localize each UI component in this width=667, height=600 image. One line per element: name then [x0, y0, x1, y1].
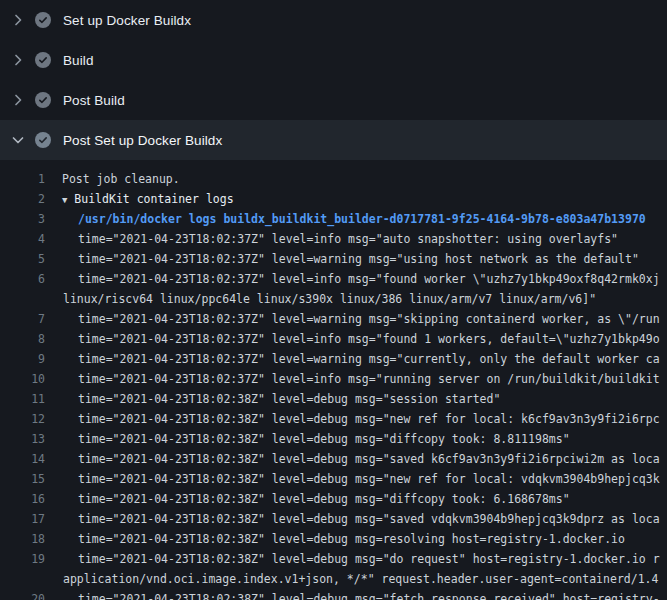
chevron-right-icon: [10, 92, 26, 108]
line-number[interactable]: 11: [0, 389, 45, 409]
step-label: Build: [63, 53, 94, 68]
line-number[interactable]: 10: [0, 369, 45, 389]
group-expander-icon: ▼: [62, 195, 67, 205]
command-text: /usr/bin/docker logs buildx_buildkit_bui…: [45, 209, 646, 229]
line-number: [0, 569, 45, 589]
log-line: 8time="2021-04-23T18:02:37Z" level=info …: [0, 329, 667, 349]
check-circle-icon: [35, 132, 51, 148]
log-message: time="2021-04-23T18:02:37Z" level=info m…: [45, 329, 660, 349]
step-label: Post Set up Docker Buildx: [63, 133, 222, 148]
line-number[interactable]: 2: [0, 189, 45, 209]
line-number[interactable]: 8: [0, 329, 45, 349]
line-number[interactable]: 5: [0, 249, 45, 269]
log-line: 5time="2021-04-23T18:02:37Z" level=warni…: [0, 249, 667, 269]
chevron-down-icon: [10, 132, 26, 148]
log-line: 6time="2021-04-23T18:02:37Z" level=info …: [0, 269, 667, 289]
log-message: time="2021-04-23T18:02:37Z" level=info m…: [45, 269, 660, 289]
line-number[interactable]: 20: [0, 589, 45, 600]
line-number[interactable]: 18: [0, 529, 45, 549]
log-group-header[interactable]: ▼ BuildKit container logs: [45, 189, 234, 209]
log-line: 1Post job cleanup.: [0, 169, 667, 189]
step-label: Set up Docker Buildx: [63, 13, 191, 28]
log-line: 20time="2021-04-23T18:02:38Z" level=debu…: [0, 589, 667, 600]
line-number[interactable]: 14: [0, 449, 45, 469]
line-number[interactable]: 6: [0, 269, 45, 289]
chevron-right-icon: [10, 52, 26, 68]
log-line: 16time="2021-04-23T18:02:38Z" level=debu…: [0, 489, 667, 509]
line-number[interactable]: 1: [0, 169, 45, 189]
log-message: time="2021-04-23T18:02:37Z" level=warnin…: [45, 309, 660, 329]
log-line: 14time="2021-04-23T18:02:38Z" level=debu…: [0, 449, 667, 469]
log-line: 17time="2021-04-23T18:02:38Z" level=debu…: [0, 509, 667, 529]
log-message: time="2021-04-23T18:02:38Z" level=debug …: [45, 489, 570, 509]
log-message: linux/riscv64 linux/ppc64le linux/s390x …: [45, 289, 596, 309]
steps-panel: Set up Docker Buildx Build Post Build: [0, 0, 667, 160]
check-circle-icon: [35, 92, 51, 108]
log-message: time="2021-04-23T18:02:38Z" level=debug …: [45, 469, 660, 489]
log-line: 7time="2021-04-23T18:02:37Z" level=warni…: [0, 309, 667, 329]
step-row-post-set-up-docker-buildx[interactable]: Post Set up Docker Buildx: [0, 120, 667, 160]
log-message: time="2021-04-23T18:02:38Z" level=debug …: [45, 429, 570, 449]
log-message: time="2021-04-23T18:02:37Z" level=info m…: [45, 229, 618, 249]
check-circle-icon: [35, 52, 51, 68]
line-number[interactable]: 17: [0, 509, 45, 529]
check-circle-icon: [35, 12, 51, 28]
log-lines: 1Post job cleanup.2▼ BuildKit container …: [0, 169, 667, 600]
log-message: time="2021-04-23T18:02:38Z" level=debug …: [45, 409, 660, 429]
log-message: time="2021-04-23T18:02:38Z" level=debug …: [45, 549, 660, 569]
log-line: 10time="2021-04-23T18:02:37Z" level=info…: [0, 369, 667, 389]
log-message: application/vnd.oci.image.index.v1+json,…: [45, 569, 658, 589]
log-line: 15time="2021-04-23T18:02:38Z" level=debu…: [0, 469, 667, 489]
log-message: time="2021-04-23T18:02:37Z" level=warnin…: [45, 349, 660, 369]
line-number[interactable]: 3: [0, 209, 45, 229]
log-line: 4time="2021-04-23T18:02:37Z" level=info …: [0, 229, 667, 249]
workflow-log-viewer: Set up Docker Buildx Build Post Build: [0, 0, 667, 600]
step-row-set-up-docker-buildx[interactable]: Set up Docker Buildx: [0, 0, 667, 40]
log-line: 13time="2021-04-23T18:02:38Z" level=debu…: [0, 429, 667, 449]
chevron-right-icon: [10, 12, 26, 28]
step-row-build[interactable]: Build: [0, 40, 667, 80]
line-number[interactable]: 19: [0, 549, 45, 569]
log-message: time="2021-04-23T18:02:38Z" level=debug …: [45, 589, 660, 600]
line-number: [0, 289, 45, 309]
log-line: application/vnd.oci.image.index.v1+json,…: [0, 569, 667, 589]
log-message: time="2021-04-23T18:02:38Z" level=debug …: [45, 449, 660, 469]
log-message: time="2021-04-23T18:02:37Z" level=warnin…: [45, 249, 639, 269]
line-number[interactable]: 16: [0, 489, 45, 509]
log-line: 19time="2021-04-23T18:02:38Z" level=debu…: [0, 549, 667, 569]
line-number[interactable]: 9: [0, 349, 45, 369]
line-number[interactable]: 4: [0, 229, 45, 249]
log-message: time="2021-04-23T18:02:38Z" level=debug …: [45, 529, 625, 549]
log-message: time="2021-04-23T18:02:37Z" level=info m…: [45, 369, 660, 389]
log-message: time="2021-04-23T18:02:38Z" level=debug …: [45, 389, 500, 409]
log-panel: 1Post job cleanup.2▼ BuildKit container …: [0, 160, 667, 600]
step-label: Post Build: [63, 93, 125, 108]
log-message: Post job cleanup.: [45, 169, 180, 189]
line-number[interactable]: 15: [0, 469, 45, 489]
log-line: 11time="2021-04-23T18:02:38Z" level=debu…: [0, 389, 667, 409]
log-line: 2▼ BuildKit container logs: [0, 189, 667, 209]
log-message: time="2021-04-23T18:02:38Z" level=debug …: [45, 509, 660, 529]
line-number[interactable]: 12: [0, 409, 45, 429]
line-number[interactable]: 13: [0, 429, 45, 449]
log-line: 18time="2021-04-23T18:02:38Z" level=debu…: [0, 529, 667, 549]
log-line: linux/riscv64 linux/ppc64le linux/s390x …: [0, 289, 667, 309]
log-line: 3/usr/bin/docker logs buildx_buildkit_bu…: [0, 209, 667, 229]
line-number[interactable]: 7: [0, 309, 45, 329]
log-line: 9time="2021-04-23T18:02:37Z" level=warni…: [0, 349, 667, 369]
step-row-post-build[interactable]: Post Build: [0, 80, 667, 120]
log-line: 12time="2021-04-23T18:02:38Z" level=debu…: [0, 409, 667, 429]
